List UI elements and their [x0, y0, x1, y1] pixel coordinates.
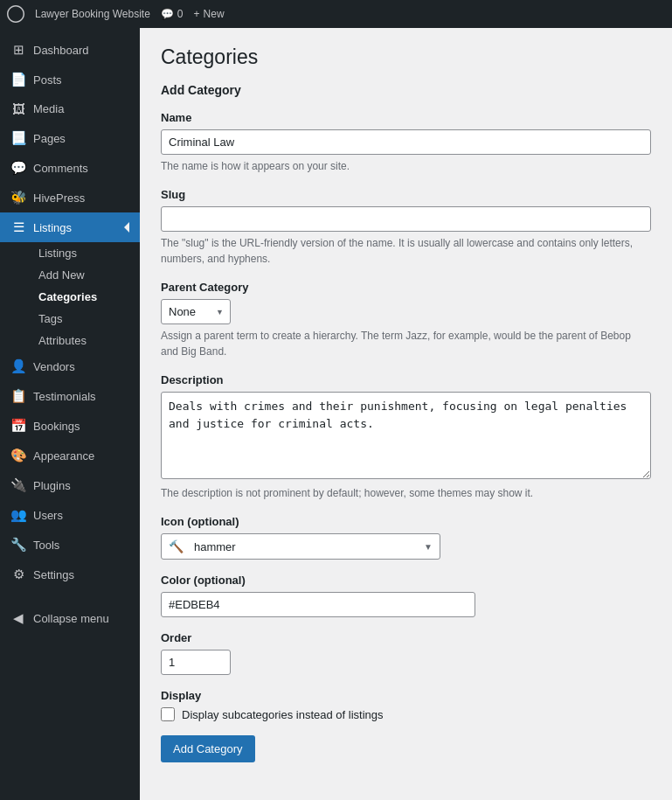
sidebar-sub-attributes[interactable]: Attributes — [31, 330, 140, 351]
parent-category-hint: Assign a parent term to create a hierarc… — [161, 328, 651, 359]
display-checkbox-wrap: Display subcategories instead of listing… — [161, 707, 651, 721]
sidebar-item-appearance[interactable]: 🎨 Appearance — [0, 441, 140, 470]
page-title: Categories — [161, 45, 651, 69]
description-textarea[interactable]: Deals with crimes and their punishment, … — [161, 392, 651, 479]
collapse-icon: ◀ — [10, 610, 26, 626]
color-input[interactable] — [161, 592, 475, 617]
sidebar-item-vendors[interactable]: 👤 Vendors — [0, 351, 140, 381]
settings-icon: ⚙ — [10, 567, 26, 582]
color-label: Color (optional) — [161, 574, 651, 587]
sidebar-sub-categories[interactable]: Categories — [31, 286, 140, 308]
sidebar-item-comments[interactable]: 💬 Comments — [0, 153, 140, 183]
display-group: Display Display subcategories instead of… — [161, 689, 651, 721]
submit-group: Add Category — [161, 735, 651, 762]
dashboard-icon: ⊞ — [10, 42, 26, 58]
icon-input[interactable] — [191, 535, 417, 559]
color-group: Color (optional) — [161, 574, 651, 617]
parent-category-group: Parent Category None Assign a parent ter… — [161, 281, 651, 359]
icon-dropdown-arrow: ▼ — [417, 537, 440, 557]
sidebar: ⊞ Dashboard 📄 Posts 🖼 Media 📃 Pages 💬 Co… — [0, 28, 140, 800]
sidebar-sub-add-new[interactable]: Add New — [31, 264, 140, 286]
display-checkbox-label[interactable]: Display subcategories instead of listing… — [182, 708, 384, 721]
sidebar-item-settings[interactable]: ⚙ Settings — [0, 560, 140, 589]
order-group: Order — [161, 631, 651, 675]
section-title: Add Category — [161, 83, 651, 97]
slug-label: Slug — [161, 188, 651, 201]
active-arrow — [124, 222, 129, 233]
tools-icon: 🔧 — [10, 537, 26, 553]
icon-label: Icon (optional) — [161, 515, 651, 528]
sidebar-item-listings[interactable]: ☰ Listings — [0, 212, 140, 242]
sidebar-item-hivepress[interactable]: 🐝 HivePress — [0, 183, 140, 212]
slug-group: Slug The "slug" is the URL-friendly vers… — [161, 188, 651, 267]
media-icon: 🖼 — [10, 101, 26, 116]
sidebar-item-tools[interactable]: 🔧 Tools — [0, 530, 140, 560]
listings-icon: ☰ — [10, 219, 26, 235]
listings-submenu: Listings Add New Categories Tags Attribu… — [0, 242, 140, 351]
sidebar-item-dashboard[interactable]: ⊞ Dashboard — [0, 35, 140, 65]
sidebar-item-users[interactable]: 👥 Users — [0, 500, 140, 530]
display-label: Display — [161, 689, 651, 702]
parent-category-label: Parent Category — [161, 281, 651, 294]
name-group: Name The name is how it appears on your … — [161, 111, 651, 174]
sidebar-item-pages[interactable]: 📃 Pages — [0, 123, 140, 153]
sidebar-item-plugins[interactable]: 🔌 Plugins — [0, 470, 140, 500]
hivepress-icon: 🐝 — [10, 190, 26, 205]
comments-link[interactable]: 💬 0 — [161, 8, 184, 20]
slug-input[interactable] — [161, 206, 651, 232]
comments-icon: 💬 — [10, 160, 26, 176]
testimonials-icon: 📋 — [10, 388, 26, 404]
sidebar-item-media[interactable]: 🖼 Media — [0, 94, 140, 123]
parent-category-select-wrap: None — [161, 299, 231, 324]
order-input[interactable] — [161, 650, 231, 675]
plugins-icon: 🔌 — [10, 477, 26, 493]
display-subcategories-checkbox[interactable] — [161, 707, 175, 721]
icon-select-wrap[interactable]: 🔨 ▼ — [161, 533, 440, 560]
new-link[interactable]: + New — [194, 8, 225, 20]
description-hint: The description is not prominent by defa… — [161, 485, 651, 501]
posts-icon: 📄 — [10, 72, 26, 87]
name-label: Name — [161, 111, 651, 124]
add-category-button[interactable]: Add Category — [161, 735, 255, 762]
site-name[interactable]: Lawyer Booking Website — [35, 8, 150, 20]
icon-group: Icon (optional) 🔨 ▼ — [161, 515, 651, 560]
pages-icon: 📃 — [10, 130, 26, 146]
collapse-menu[interactable]: ◀ Collapse menu — [0, 603, 140, 633]
users-icon: 👥 — [10, 507, 26, 523]
sidebar-sub-tags[interactable]: Tags — [31, 308, 140, 330]
description-label: Description — [161, 373, 651, 386]
order-label: Order — [161, 631, 651, 644]
slug-hint: The "slug" is the URL-friendly version o… — [161, 235, 651, 267]
icon-prefix: 🔨 — [162, 534, 191, 559]
name-input[interactable] — [161, 129, 651, 155]
main-content: Categories Add Category Name The name is… — [140, 28, 672, 800]
sidebar-sub-listings[interactable]: Listings — [31, 242, 140, 264]
sidebar-item-bookings[interactable]: 📅 Bookings — [0, 411, 140, 441]
description-group: Description Deals with crimes and their … — [161, 373, 651, 501]
vendors-icon: 👤 — [10, 358, 26, 374]
sidebar-item-testimonials[interactable]: 📋 Testimonials — [0, 381, 140, 411]
wp-logo[interactable] — [7, 5, 24, 23]
top-bar: Lawyer Booking Website 💬 0 + New — [0, 0, 672, 28]
appearance-icon: 🎨 — [10, 448, 26, 463]
name-hint: The name is how it appears on your site. — [161, 158, 651, 174]
bookings-icon: 📅 — [10, 418, 26, 434]
sidebar-item-posts[interactable]: 📄 Posts — [0, 65, 140, 94]
parent-category-select[interactable]: None — [161, 299, 231, 324]
